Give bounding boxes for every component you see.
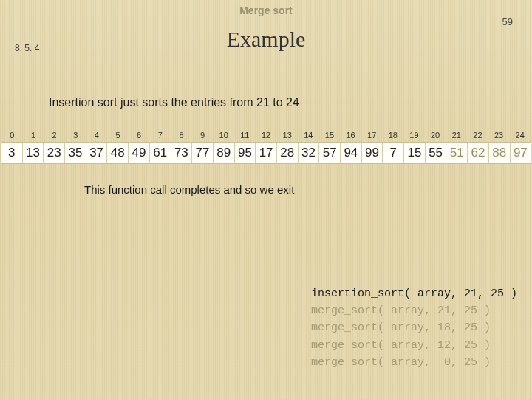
index-cell: 9 [192,131,214,140]
index-cell: 4 [86,131,108,140]
index-cell: 3 [65,131,86,140]
array-cell: 17 [255,143,276,163]
array-cell: 51 [446,143,467,163]
index-cell: 5 [107,131,129,140]
index-cell: 16 [340,131,361,140]
index-cell: 6 [129,131,150,140]
index-cell: 14 [298,131,319,140]
array-cell: 15 [403,143,425,163]
array-cell: 62 [467,143,488,163]
index-cell: 11 [234,131,256,140]
array-cell: 97 [510,143,531,163]
section-number: 8. 5. 4 [15,43,39,53]
array-cell: 37 [86,143,107,163]
array-cell: 77 [191,143,213,163]
index-cell: 18 [383,131,404,140]
index-cell: 2 [44,131,65,140]
array-cell: 13 [22,143,44,163]
index-cell: 22 [467,131,488,140]
index-cell: 23 [488,131,510,140]
array-cell: 35 [64,143,86,163]
bullet-dash: – [71,183,84,196]
array-cell: 94 [340,143,361,163]
slide-title: Example [0,27,532,52]
index-row: 0123456789101112131415161718192021222324 [1,131,531,140]
array-cell: 73 [171,143,192,163]
index-cell: 8 [171,131,192,140]
page-number: 59 [502,16,513,27]
array-cell: 89 [213,143,234,163]
index-cell: 1 [23,131,44,140]
call-stack-line: insertion_sort( array, 21, 25 ) [311,285,517,302]
call-stack-line: merge_sort( array, 0, 25 ) [311,354,517,371]
index-cell: 15 [319,131,341,140]
index-cell: 24 [509,131,531,140]
index-cell: 21 [446,131,467,140]
index-cell: 20 [425,131,446,140]
statement-text: Insertion sort just sorts the entries fr… [49,96,299,109]
call-stack-line: merge_sort( array, 18, 25 ) [311,319,517,336]
array-cell: 23 [43,143,64,163]
index-cell: 0 [1,131,23,140]
array-cell: 57 [318,143,340,163]
index-cell: 7 [149,131,171,140]
index-cell: 10 [213,131,234,140]
array-cell: 49 [128,143,149,163]
array-cell: 99 [361,143,383,163]
array-cell: 88 [488,143,510,163]
array-cell: 32 [298,143,319,163]
array-cell: 55 [425,143,446,163]
array-cell: 95 [234,143,256,163]
index-cell: 17 [361,131,383,140]
call-stack-line: merge_sort( array, 21, 25 ) [311,302,517,319]
bullet-line: –This function call completes and so we … [71,183,294,196]
index-cell: 12 [256,131,277,140]
topic-header: Merge sort [0,0,532,16]
array-cell: 48 [106,143,128,163]
index-cell: 19 [403,131,425,140]
array-cell: 61 [149,143,171,163]
array-row: 3132335374849617377899517283257949971555… [1,142,531,164]
call-stack: insertion_sort( array, 21, 25 )merge_sor… [311,285,517,371]
array-cell: 7 [382,143,403,163]
array-cell: 3 [1,143,22,163]
index-cell: 13 [276,131,298,140]
array-cell: 28 [276,143,298,163]
bullet-text: This function call completes and so we e… [84,183,294,196]
call-stack-line: merge_sort( array, 12, 25 ) [311,337,517,354]
